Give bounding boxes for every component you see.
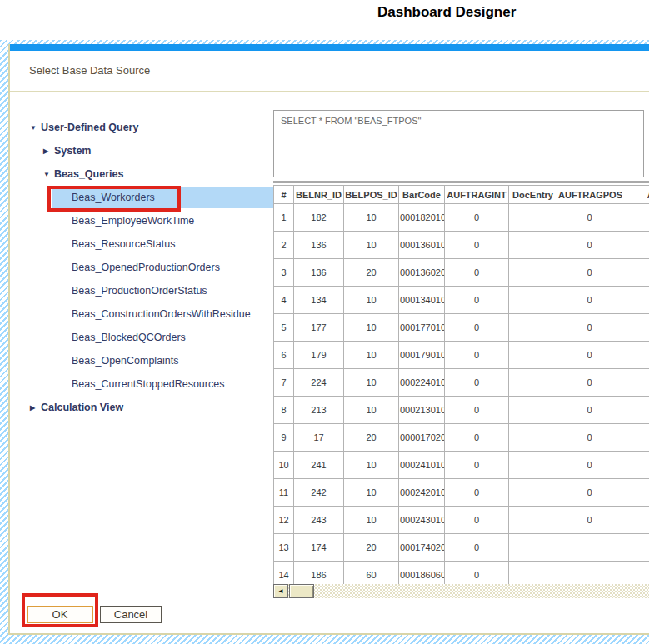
table-cell: 20 — [344, 424, 399, 452]
table-cell: 0 — [557, 342, 622, 369]
table-row[interactable]: 13174200001740200 — [274, 534, 649, 562]
column-header-belnr-id[interactable]: BELNR_ID — [294, 186, 344, 204]
table-cell: 6 — [274, 342, 294, 369]
table-cell: 0 — [445, 232, 509, 259]
expand-icon[interactable]: ▶ — [30, 404, 41, 412]
table-cell: 000243010 — [399, 507, 445, 534]
table-row[interactable]: 102411000024101000 — [274, 452, 649, 479]
table-cell: 177 — [294, 314, 344, 342]
table-row[interactable]: 112421000024201000 — [274, 479, 649, 507]
table-header: #BELNR_IDBELPOS_IDBarCodeAUFTRAGINTDocEn… — [274, 186, 649, 204]
table-cell: 17 — [294, 424, 344, 452]
tree-item-beas-queries[interactable]: ▼Beas_Queries — [10, 162, 273, 186]
tree-item-beas-opencomplaints[interactable]: Beas_OpenComplaints — [10, 349, 273, 372]
table-cell — [557, 562, 622, 585]
table-cell: 000241010 — [399, 452, 445, 479]
scroll-left-button[interactable]: ◄ — [273, 584, 288, 598]
tree-item-beas-constructionorderswithresidue[interactable]: Beas_ConstructionOrdersWithResidue — [10, 302, 273, 326]
table-cell: 213 — [294, 397, 344, 424]
collapse-icon[interactable]: ▼ — [43, 171, 54, 178]
tree-item-system[interactable]: ▶System — [10, 139, 273, 162]
table-cell: 0 — [445, 342, 509, 369]
cancel-button[interactable]: Cancel — [100, 606, 162, 623]
table-cell — [622, 342, 649, 369]
tree-item-beas-currentstoppedresources[interactable]: Beas_CurrentStoppedResources — [10, 372, 273, 396]
scrollbar-thumb[interactable] — [289, 584, 314, 598]
table-row[interactable]: 72241000022401000 — [274, 369, 649, 397]
table-cell: 000224010 — [399, 369, 445, 397]
tree-item-label: Beas_ResourceStatus — [72, 238, 175, 250]
table-cell: 10 — [344, 397, 399, 424]
table-row[interactable]: 41341000013401000 — [274, 287, 649, 314]
column-header-auft[interactable]: AUFT — [622, 186, 649, 204]
table-cell: 10 — [344, 479, 399, 507]
tree-item-calculation-view[interactable]: ▶Calculation View — [10, 396, 273, 419]
tree-item-label: Beas_OpenedProductionOrders — [72, 262, 220, 273]
table-cell — [622, 397, 649, 424]
table-cell — [509, 369, 557, 397]
table-cell: 0 — [445, 259, 509, 287]
table-cell: 0 — [557, 259, 622, 287]
table-cell — [557, 534, 622, 562]
table-row[interactable]: 9172000001702000 — [274, 424, 649, 452]
table-row[interactable]: 82131000021301000 — [274, 397, 649, 424]
tree-item-label: Calculation View — [41, 402, 123, 413]
table-row[interactable]: 51771000017701000 — [274, 314, 649, 342]
table-row[interactable]: 61791000017901000 — [274, 342, 649, 369]
column-header-belpos-id[interactable]: BELPOS_ID — [344, 186, 399, 204]
table-cell: 000179010 — [399, 342, 445, 369]
panel-accent-bar — [10, 44, 649, 51]
tree-item-label: Beas_ConstructionOrdersWithResidue — [72, 308, 251, 320]
table-cell: 0 — [557, 204, 622, 232]
tree-item-beas-productionorderstatus[interactable]: Beas_ProductionOrderStatus — [10, 279, 273, 302]
table-row[interactable]: 14186600001860600 — [274, 562, 649, 585]
table-cell: 000186060 — [399, 562, 445, 585]
table-cell: 0 — [445, 204, 509, 232]
horizontal-scrollbar-track[interactable]: ◄ — [273, 584, 649, 598]
table-cell: 10 — [344, 314, 399, 342]
collapse-icon[interactable]: ▼ — [30, 124, 41, 132]
annotation-box-ok — [22, 593, 98, 627]
column-header-barcode[interactable]: BarCode — [399, 186, 445, 204]
results-table: #BELNR_IDBELPOS_IDBarCodeAUFTRAGINTDocEn… — [273, 185, 649, 584]
table-cell: 000182010 — [399, 204, 445, 232]
tree-item-beas-resourcestatus[interactable]: Beas_ResourceStatus — [10, 232, 273, 256]
table-cell: 224 — [294, 369, 344, 397]
tree-item-label: User-Defined Query — [41, 122, 138, 133]
sql-query-input[interactable]: SELECT * FROM "BEAS_FTPOS" — [273, 110, 644, 177]
table-cell — [509, 534, 557, 562]
table-cell: 000136020 — [399, 259, 445, 287]
table-cell — [509, 562, 557, 585]
column-header-auftragpos[interactable]: AUFTRAGPOS — [557, 186, 622, 204]
table-cell — [509, 314, 557, 342]
table-row[interactable]: 11821000018201000 — [274, 204, 649, 232]
annotation-box-workorders — [47, 186, 181, 212]
table-cell: 10 — [344, 342, 399, 369]
table-cell: 182 — [294, 204, 344, 232]
table-cell — [509, 507, 557, 534]
table-cell: 000177010 — [399, 314, 445, 342]
tree-item-beas-blockedqcorders[interactable]: Beas_BlockedQCOrders — [10, 326, 273, 349]
page-title: Dashboard Designer — [377, 4, 516, 21]
table-cell: 10 — [344, 452, 399, 479]
table-cell — [509, 259, 557, 287]
table-row[interactable]: 122431000024301000 — [274, 507, 649, 534]
tree-item-beas-openedproductionorders[interactable]: Beas_OpenedProductionOrders — [10, 256, 273, 279]
tree-item-beas-employeeworktime[interactable]: Beas_EmployeeWorkTime — [10, 209, 273, 232]
dialog-title: Select Base Data Source — [29, 64, 150, 77]
table-cell: 14 — [274, 562, 294, 585]
table-cell: 0 — [445, 534, 509, 562]
column-header-docentry[interactable]: DocEntry — [509, 186, 557, 204]
column-header-auftragint[interactable]: AUFTRAGINT — [445, 186, 509, 204]
grid-splitter[interactable] — [273, 181, 649, 183]
table-row[interactable]: 21361000013601000 — [274, 232, 649, 259]
column-header--[interactable]: # — [274, 186, 294, 204]
results-grid: #BELNR_IDBELPOS_IDBarCodeAUFTRAGINTDocEn… — [273, 185, 649, 584]
table-cell — [509, 204, 557, 232]
tree-item-user-defined-query[interactable]: ▼User-Defined Query — [10, 116, 273, 139]
expand-icon[interactable]: ▶ — [43, 147, 54, 155]
table-row[interactable]: 31362000013602000 — [274, 259, 649, 287]
table-cell: 174 — [294, 534, 344, 562]
table-cell: 10 — [344, 507, 399, 534]
table-cell: 000136010 — [399, 232, 445, 259]
